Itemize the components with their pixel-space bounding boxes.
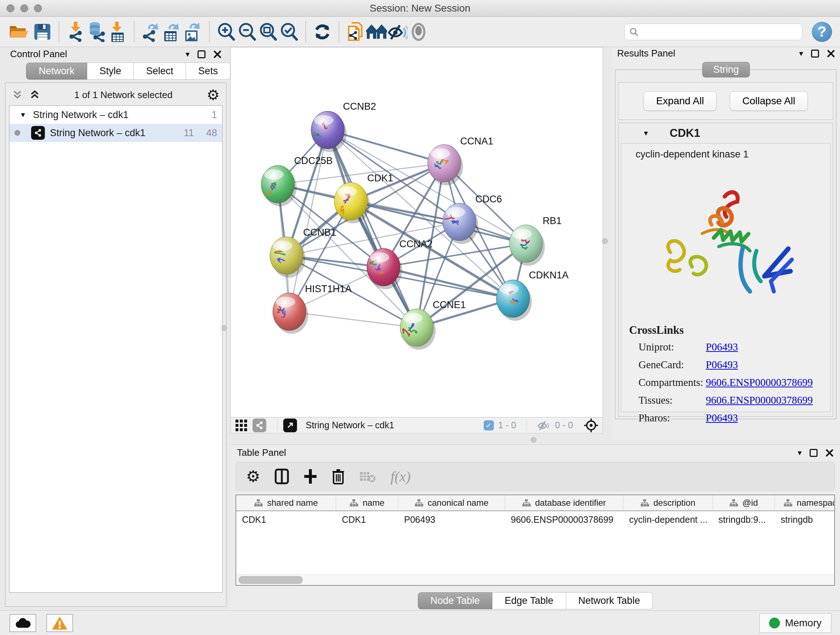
compartments-link[interactable]: 9606.ENSP00000378699 xyxy=(706,377,813,388)
right-splitter-handle[interactable] xyxy=(602,238,608,244)
export-image-button[interactable] xyxy=(182,21,203,42)
apply-layout-button[interactable] xyxy=(312,21,333,42)
selected-counter: 1 - 0 xyxy=(498,420,516,431)
toolbar-divider xyxy=(526,419,527,432)
function-builder-icon[interactable]: f(x) xyxy=(390,468,411,485)
column-header-canonical-name[interactable]: canonical name xyxy=(398,495,505,510)
search-field xyxy=(624,24,802,40)
collapse-all-button[interactable]: Collapse All xyxy=(729,91,808,111)
collection-count: 1 xyxy=(212,109,217,120)
open-session-button[interactable] xyxy=(8,21,29,42)
table-cell[interactable]: stringdb:9... xyxy=(713,511,775,528)
table-cell[interactable]: stringdb xyxy=(775,511,835,528)
export-image-icon xyxy=(184,22,202,42)
expand-all-chevron-icon[interactable] xyxy=(29,90,40,100)
tab-select[interactable]: Select xyxy=(134,63,186,80)
birdseye-crosshair-icon[interactable] xyxy=(584,418,598,432)
table-cell[interactable]: CDK1 xyxy=(336,511,398,528)
add-column-icon[interactable] xyxy=(303,469,317,485)
export-network-icon xyxy=(141,22,160,42)
network-row[interactable]: String Network – cdk1 11 48 xyxy=(9,124,222,142)
help-button[interactable]: ? xyxy=(812,22,832,42)
collection-expand-icon[interactable]: ▾ xyxy=(21,111,25,119)
collapse-all-chevron-icon[interactable] xyxy=(12,90,23,100)
zoom-in-button[interactable] xyxy=(216,21,237,42)
tab-network-table[interactable]: Network Table xyxy=(566,592,653,609)
collapse-panel-icon[interactable]: ▾ xyxy=(186,50,189,58)
selected-nodes-checkbox-icon[interactable]: ✓ xyxy=(484,420,494,431)
network-view-share-icon[interactable] xyxy=(253,418,266,432)
tissues-link[interactable]: 9606.ENSP00000378699 xyxy=(706,394,813,406)
table-cell[interactable]: 9606.ENSP00000378699 xyxy=(505,511,623,528)
pharos-link[interactable]: P06493 xyxy=(706,412,738,424)
close-panel-icon[interactable] xyxy=(826,449,834,457)
delete-column-trash-icon[interactable] xyxy=(332,469,345,485)
hide-selected-button[interactable] xyxy=(387,21,408,42)
tab-edge-table[interactable]: Edge Table xyxy=(493,592,566,609)
tab-string[interactable]: String xyxy=(702,62,750,78)
delete-table-icon[interactable] xyxy=(359,470,376,483)
column-header-name[interactable]: name xyxy=(336,495,398,510)
import-table-file-button[interactable] xyxy=(107,21,128,42)
clone-network-button[interactable] xyxy=(345,21,366,42)
detach-view-icon[interactable] xyxy=(283,418,297,432)
grid-view-icon[interactable] xyxy=(235,419,248,432)
zoom-in-icon xyxy=(216,22,236,42)
zoom-out-button[interactable] xyxy=(237,21,257,42)
import-network-database-button[interactable] xyxy=(86,21,107,42)
table-cell[interactable]: CDK1 xyxy=(236,511,336,528)
float-panel-icon[interactable] xyxy=(810,449,818,457)
memory-button[interactable]: Memory xyxy=(759,613,831,633)
table-cell[interactable]: P06493 xyxy=(398,511,505,528)
cloud-status-button[interactable] xyxy=(9,614,36,632)
tab-style[interactable]: Style xyxy=(87,63,134,80)
scrollbar-thumb[interactable] xyxy=(238,576,303,584)
table-row[interactable]: CDK1CDK1P064939606.ENSP00000378699cyclin… xyxy=(236,511,834,528)
show-all-button[interactable] xyxy=(408,21,429,42)
bottom-splitter-handle[interactable] xyxy=(531,437,537,443)
export-network-button[interactable] xyxy=(141,21,161,42)
expand-all-button[interactable]: Expand All xyxy=(644,91,717,111)
horizontal-scrollbar[interactable] xyxy=(236,574,834,585)
first-neighbors-button[interactable] xyxy=(366,21,387,42)
gene-section-expand-icon[interactable]: ▾ xyxy=(644,129,648,137)
float-panel-icon[interactable] xyxy=(197,50,205,58)
column-header-shared-name[interactable]: shared name xyxy=(236,495,336,510)
genecard-link[interactable]: P06493 xyxy=(706,359,738,371)
collapse-panel-icon[interactable]: ▾ xyxy=(798,449,802,457)
search-input[interactable] xyxy=(638,27,798,37)
warnings-button[interactable] xyxy=(46,614,73,632)
close-panel-icon[interactable] xyxy=(213,50,221,58)
network-options-gear-icon[interactable]: ⚙ xyxy=(207,88,219,102)
table-options-gear-icon[interactable]: ⚙ xyxy=(246,469,260,485)
uniprot-link[interactable]: P06493 xyxy=(706,341,738,353)
column-header-description[interactable]: description xyxy=(623,495,713,510)
column-header-database-identifier[interactable]: database identifier xyxy=(505,495,623,510)
show-columns-icon[interactable] xyxy=(275,469,289,485)
zoom-selected-button[interactable] xyxy=(279,21,300,42)
export-table-button[interactable] xyxy=(161,21,182,42)
column-header-namespac[interactable]: namespac xyxy=(775,495,835,510)
tab-network[interactable]: Network xyxy=(26,63,87,80)
search-icon xyxy=(629,27,638,37)
network-node-count: 11 xyxy=(184,127,194,139)
save-session-button[interactable] xyxy=(32,21,53,42)
collapse-panel-icon[interactable]: ▾ xyxy=(799,50,803,57)
crosslink-row: Tissues: 9606.ENSP00000378699 xyxy=(638,394,830,406)
network-node-HIST1H1A: HIST1H1A xyxy=(273,283,352,334)
column-header--id[interactable]: @id xyxy=(713,495,775,510)
float-panel-icon[interactable] xyxy=(811,50,819,57)
zoom-fit-button[interactable] xyxy=(257,21,279,42)
node-label-CCNA1: CCNA1 xyxy=(460,136,493,147)
network-collection-row[interactable]: ▾ String Network – cdk1 1 xyxy=(9,106,222,124)
close-panel-icon[interactable] xyxy=(827,50,835,57)
gene-name: CDK1 xyxy=(669,127,700,140)
left-splitter-handle[interactable] xyxy=(221,325,227,331)
table-cell[interactable]: cyclin-dependent ... xyxy=(623,511,713,528)
tab-node-table[interactable]: Node Table xyxy=(418,592,493,609)
import-network-file-button[interactable] xyxy=(65,21,86,42)
network-canvas[interactable]: CCNB2CCNA1CDC25BCDK1CDC6RB1CCNB1CCNA2CDK… xyxy=(231,47,603,417)
tab-sets[interactable]: Sets xyxy=(186,63,231,80)
network-graph[interactable]: CCNB2CCNA1CDC25BCDK1CDC6RB1CCNB1CCNA2CDK… xyxy=(231,48,603,417)
eye-icon xyxy=(409,23,428,41)
